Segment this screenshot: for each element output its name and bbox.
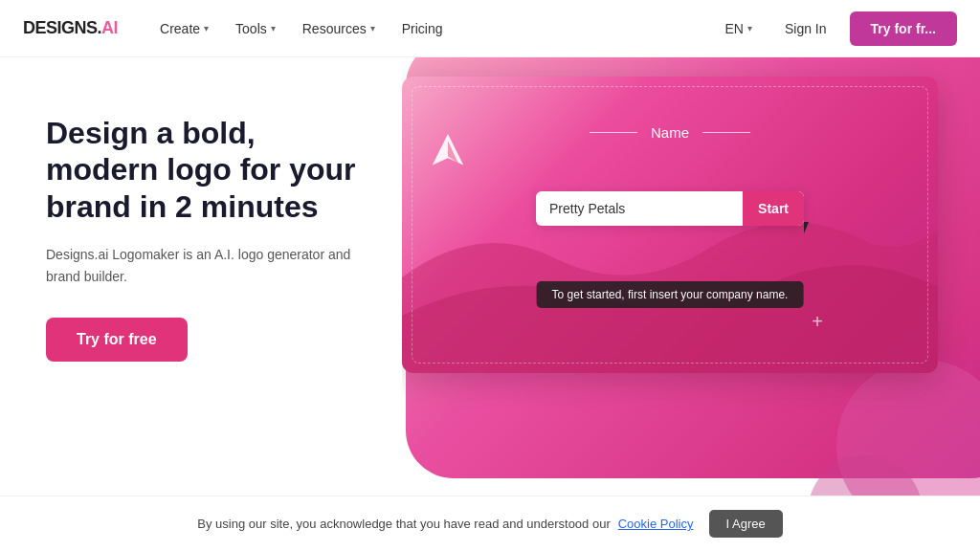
chevron-down-icon: ▾	[747, 23, 752, 33]
hero-subtitle: Designs.ai Logomaker is an A.I. logo gen…	[46, 244, 364, 287]
cookie-banner: By using our site, you acknowledge that …	[0, 496, 980, 551]
nav-tools-label: Tools	[235, 21, 267, 36]
try-for-free-button-hero[interactable]: Try for free	[46, 318, 188, 362]
chevron-down-icon: ▾	[370, 23, 375, 33]
demo-logo-icon	[431, 134, 465, 172]
main-content: Design a bold, modern logo for your bran…	[0, 57, 980, 551]
nav-resources[interactable]: Resources ▾	[291, 15, 387, 42]
plus-icon: +	[812, 311, 823, 333]
lang-label: EN	[724, 21, 743, 36]
logo-text-designs: DESIGNS.	[23, 18, 101, 37]
demo-name-label: Name	[651, 124, 689, 141]
chevron-down-icon: ▾	[204, 23, 209, 33]
logo[interactable]: DESIGNS.AI	[23, 18, 118, 38]
nav-create[interactable]: Create ▾	[148, 15, 220, 42]
chevron-down-icon: ▾	[271, 23, 276, 33]
demo-line-left	[590, 132, 637, 134]
language-selector[interactable]: EN ▾	[715, 15, 761, 42]
nav-create-label: Create	[160, 21, 200, 36]
cursor-icon	[804, 222, 815, 239]
sign-in-button[interactable]: Sign In	[773, 15, 838, 42]
cookie-agree-button[interactable]: I Agree	[709, 510, 783, 538]
demo-card: Name Pretty Petals Start To get started,…	[402, 77, 938, 373]
demo-line-right	[702, 132, 750, 134]
logo-text-ai: AI	[101, 18, 118, 37]
demo-input-wrap: Pretty Petals Start	[536, 191, 804, 226]
nav-tools[interactable]: Tools ▾	[224, 15, 287, 42]
demo-input: Pretty Petals Start	[536, 191, 804, 226]
hero-right: Name Pretty Petals Start To get started,…	[402, 57, 980, 551]
nav-pricing[interactable]: Pricing	[390, 15, 455, 42]
nav-items: Create ▾ Tools ▾ Resources ▾ Pricing	[148, 15, 715, 42]
cookie-policy-link[interactable]: Cookie Policy	[618, 517, 694, 531]
demo-name-header: Name	[590, 124, 750, 141]
cookie-text: By using our site, you acknowledge that …	[197, 517, 610, 531]
nav-right: EN ▾ Sign In Try for fr...	[715, 11, 957, 46]
hero-left: Design a bold, modern logo for your bran…	[0, 57, 402, 551]
demo-start-button[interactable]: Start	[743, 191, 804, 226]
demo-input-text[interactable]: Pretty Petals	[536, 191, 743, 226]
navbar: DESIGNS.AI Create ▾ Tools ▾ Resources ▾ …	[0, 0, 980, 57]
demo-tooltip: To get started, first insert your compan…	[537, 281, 804, 308]
try-for-free-button-nav[interactable]: Try for fr...	[850, 11, 957, 46]
hero-title: Design a bold, modern logo for your bran…	[46, 115, 364, 225]
nav-resources-label: Resources	[302, 21, 367, 36]
nav-pricing-label: Pricing	[402, 21, 443, 36]
